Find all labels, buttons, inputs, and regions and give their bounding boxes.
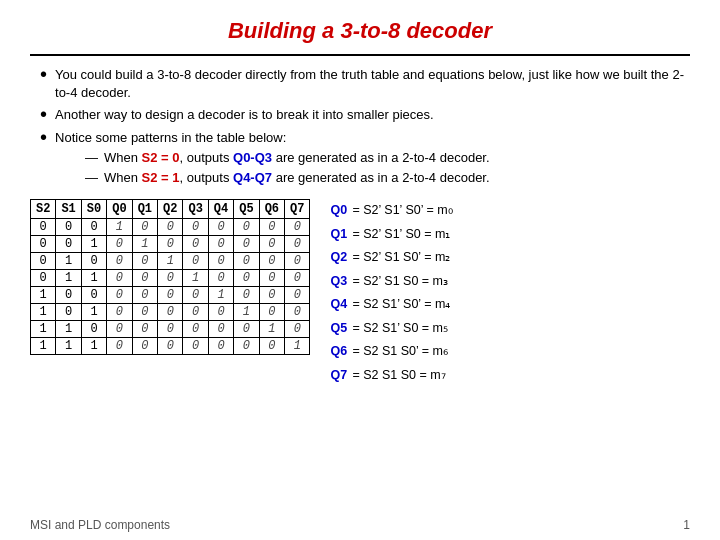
truth-table: S2S1S0Q0Q1Q2Q3Q4Q5Q6Q7 00010000000001010… [30, 199, 310, 355]
table-cell: 0 [259, 304, 284, 321]
main-bullets: • You could build a 3-to-8 decoder direc… [30, 66, 690, 189]
col-header-q6: Q6 [259, 200, 284, 219]
col-header-s0: S0 [81, 200, 106, 219]
title-divider [30, 54, 690, 56]
col-header-q5: Q5 [234, 200, 259, 219]
table-cell: 1 [81, 270, 106, 287]
equation-row: Q0= S2’ S1’ S0’ = m₀ [330, 199, 690, 222]
table-cell: 1 [183, 270, 208, 287]
table-cell: 1 [31, 338, 56, 355]
bullet-1-text: You could build a 3-to-8 decoder directl… [55, 66, 690, 102]
eq-expression: = S2 S1 S0’ = m₆ [352, 340, 448, 363]
eq-expression: = S2’ S1’ S0 = m₁ [352, 223, 450, 246]
table-cell: 0 [183, 236, 208, 253]
table-cell: 0 [132, 270, 157, 287]
equation-row: Q4= S2 S1’ S0’ = m₄ [330, 293, 690, 316]
table-cell: 0 [259, 338, 284, 355]
table-cell: 1 [81, 236, 106, 253]
slide: Building a 3-to-8 decoder • You could bu… [0, 0, 720, 540]
equation-row: Q7= S2 S1 S0 = m₇ [330, 364, 690, 387]
equations-panel: Q0= S2’ S1’ S0’ = m₀Q1= S2’ S1’ S0 = m₁Q… [320, 199, 690, 387]
table-cell: 1 [285, 338, 310, 355]
table-cell: 0 [132, 219, 157, 236]
table-cell: 0 [81, 287, 106, 304]
table-header-row: S2S1S0Q0Q1Q2Q3Q4Q5Q6Q7 [31, 200, 310, 219]
equation-row: Q2= S2’ S1 S0’ = m₂ [330, 246, 690, 269]
bullet-3-text: Notice some patterns in the table below: [55, 130, 286, 145]
table-cell: 0 [158, 219, 183, 236]
eq-expression: = S2 S1’ S0 = m₅ [352, 317, 448, 340]
s2-one-highlight: S2 = 1 [142, 170, 180, 185]
table-cell: 0 [81, 321, 106, 338]
table-cell: 0 [234, 321, 259, 338]
col-header-q7: Q7 [285, 200, 310, 219]
table-cell: 0 [56, 219, 81, 236]
bullet-dot-2: • [40, 104, 47, 124]
eq-expression: = S2 S1’ S0’ = m₄ [352, 293, 450, 316]
table-cell: 0 [183, 219, 208, 236]
eq-expression: = S2’ S1 S0 = m₃ [352, 270, 448, 293]
table-cell: 0 [132, 338, 157, 355]
table-cell: 0 [208, 304, 233, 321]
table-cell: 1 [56, 321, 81, 338]
table-cell: 1 [81, 304, 106, 321]
truth-table-container: S2S1S0Q0Q1Q2Q3Q4Q5Q6Q7 00010000000001010… [30, 199, 310, 387]
table-cell: 1 [81, 338, 106, 355]
table-cell: 0 [107, 321, 132, 338]
eq-label: Q4 [330, 293, 352, 316]
eq-label: Q0 [330, 199, 352, 222]
table-cell: 0 [107, 287, 132, 304]
table-cell: 0 [285, 287, 310, 304]
q4-q7-highlight: Q4-Q7 [233, 170, 272, 185]
table-cell: 0 [31, 236, 56, 253]
table-cell: 0 [183, 338, 208, 355]
table-row: 00101000000 [31, 236, 310, 253]
col-header-q4: Q4 [208, 200, 233, 219]
col-header-q0: Q0 [107, 200, 132, 219]
table-cell: 0 [81, 219, 106, 236]
table-cell: 1 [259, 321, 284, 338]
table-cell: 1 [56, 253, 81, 270]
equation-row: Q1= S2’ S1’ S0 = m₁ [330, 223, 690, 246]
eq-label: Q1 [330, 223, 352, 246]
footer-right: 1 [683, 518, 690, 532]
table-cell: 0 [208, 270, 233, 287]
table-cell: 0 [56, 287, 81, 304]
s2-zero-highlight: S2 = 0 [142, 150, 180, 165]
table-cell: 0 [285, 219, 310, 236]
table-cell: 0 [259, 287, 284, 304]
table-cell: 1 [208, 287, 233, 304]
table-cell: 0 [285, 253, 310, 270]
table-cell: 0 [208, 253, 233, 270]
table-cell: 1 [31, 287, 56, 304]
table-cell: 0 [56, 304, 81, 321]
bullet-2-text: Another way to design a decoder is to br… [55, 106, 434, 124]
table-cell: 0 [107, 338, 132, 355]
table-row: 11000000010 [31, 321, 310, 338]
bullet-1: • You could build a 3-to-8 decoder direc… [40, 66, 690, 102]
dash-2: — [85, 169, 98, 187]
eq-label: Q5 [330, 317, 352, 340]
table-row: 10100000100 [31, 304, 310, 321]
table-row: 11100000001 [31, 338, 310, 355]
col-header-q1: Q1 [132, 200, 157, 219]
table-cell: 0 [132, 321, 157, 338]
table-cell: 0 [183, 253, 208, 270]
table-cell: 1 [234, 304, 259, 321]
table-cell: 0 [259, 270, 284, 287]
table-cell: 1 [56, 270, 81, 287]
table-cell: 0 [259, 219, 284, 236]
table-cell: 0 [285, 236, 310, 253]
table-cell: 1 [132, 236, 157, 253]
eq-label: Q7 [330, 364, 352, 387]
table-cell: 0 [158, 236, 183, 253]
table-cell: 0 [259, 253, 284, 270]
eq-expression: = S2’ S1’ S0’ = m₀ [352, 199, 452, 222]
eq-label: Q3 [330, 270, 352, 293]
table-cell: 0 [158, 287, 183, 304]
bullet-dot-1: • [40, 64, 47, 84]
footer-left: MSI and PLD components [30, 518, 170, 532]
q0-q3-highlight: Q0-Q3 [233, 150, 272, 165]
table-cell: 0 [158, 338, 183, 355]
table-cell: 0 [158, 321, 183, 338]
